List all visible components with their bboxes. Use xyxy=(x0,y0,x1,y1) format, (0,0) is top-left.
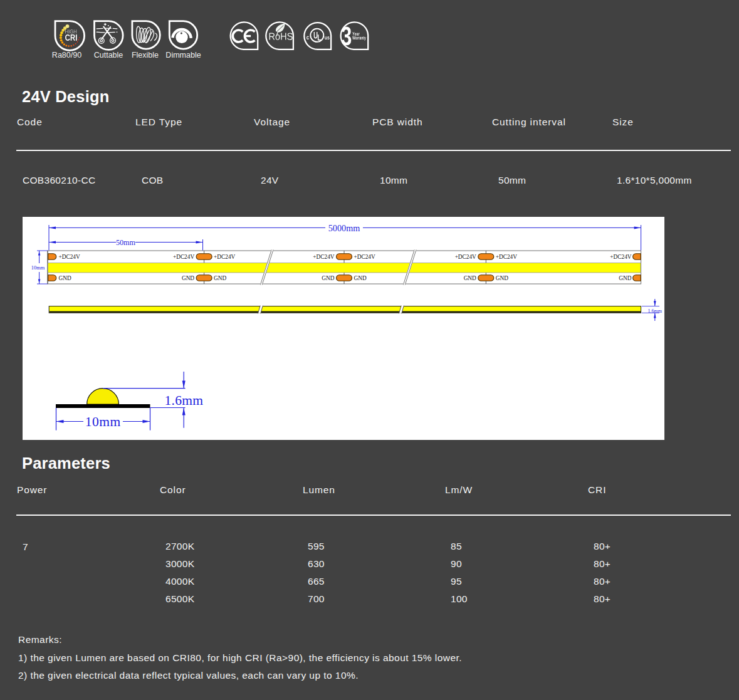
svg-text:GND: GND xyxy=(59,275,71,281)
svg-text:10mm: 10mm xyxy=(31,265,45,271)
svg-text:+DC24V: +DC24V xyxy=(354,254,375,260)
svg-text:10mm: 10mm xyxy=(85,414,121,429)
svg-text:+DC24V: +DC24V xyxy=(455,254,476,260)
svg-text:1.6mm: 1.6mm xyxy=(648,308,663,314)
svg-text:50mm: 50mm xyxy=(116,238,136,247)
svg-text:+DC24V: +DC24V xyxy=(313,254,334,260)
svg-text:GND: GND xyxy=(214,275,226,281)
svg-text:GND: GND xyxy=(464,275,476,281)
svg-text:GND: GND xyxy=(619,275,631,281)
svg-text:5000mm: 5000mm xyxy=(328,223,360,233)
svg-text:1.6mm: 1.6mm xyxy=(165,393,204,408)
svg-text:+DC24V: +DC24V xyxy=(214,254,235,260)
svg-text:+DC24V: +DC24V xyxy=(173,254,194,260)
svg-text:GND: GND xyxy=(182,275,194,281)
svg-text:+DC24V: +DC24V xyxy=(610,254,631,260)
svg-text:GND: GND xyxy=(354,275,367,281)
svg-text:GND: GND xyxy=(496,275,508,281)
svg-text:+DC24V: +DC24V xyxy=(496,254,517,260)
svg-text:GND: GND xyxy=(322,275,334,281)
svg-text:+DC24V: +DC24V xyxy=(59,254,80,260)
